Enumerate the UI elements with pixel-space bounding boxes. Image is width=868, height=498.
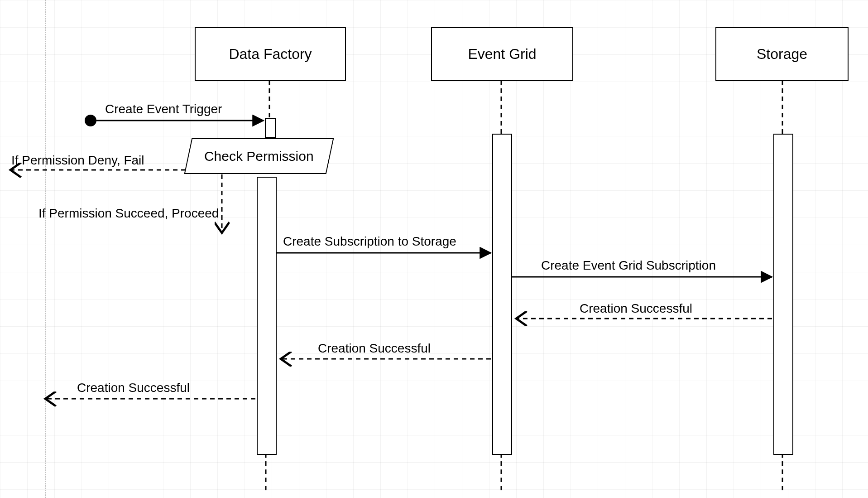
msg-eg-to-df-return-label: Creation Successful: [318, 341, 431, 356]
msg-df-to-eg-label: Create Subscription to Storage: [283, 234, 456, 249]
lifeline-label: Event Grid: [468, 46, 536, 63]
activation-data-factory-initial: [265, 118, 276, 138]
branch-deny-label: If Permission Deny, Fail: [11, 153, 144, 168]
lifeline-event-grid: Event Grid: [431, 27, 573, 81]
msg-eg-to-storage-label: Create Event Grid Subscription: [541, 258, 716, 273]
lifeline-label: Storage: [757, 46, 807, 63]
decision-check-permission: Check Permission: [184, 138, 334, 174]
activation-data-factory-main: [257, 177, 277, 455]
branch-succeed-label: If Permission Succeed, Proceed: [38, 206, 219, 221]
lifeline-label: Data Factory: [229, 46, 312, 63]
msg-storage-to-eg-return-label: Creation Successful: [580, 301, 692, 316]
lifeline-storage: Storage: [715, 27, 849, 81]
activation-event-grid: [492, 134, 512, 455]
lifeline-data-factory: Data Factory: [195, 27, 346, 81]
decision-label: Check Permission: [204, 149, 314, 164]
activation-storage: [773, 134, 793, 455]
msg-create-event-trigger-label: Create Event Trigger: [105, 102, 222, 116]
msg-df-to-actor-return-label: Creation Successful: [77, 381, 190, 395]
start-node-icon: [85, 115, 96, 126]
